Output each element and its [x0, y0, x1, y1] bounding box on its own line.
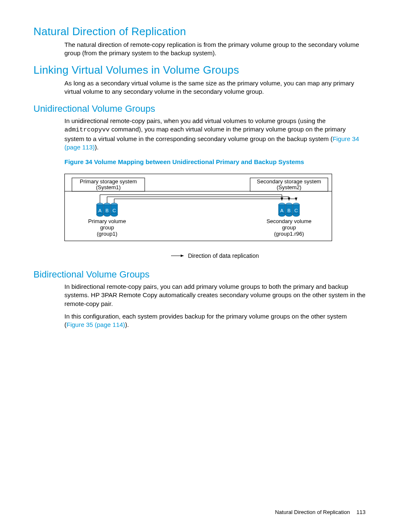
figure-34-diagram: Primary storage system (System1) Seconda… [64, 174, 366, 259]
heading-unidirectional: Unidirectional Volume Groups [33, 103, 366, 114]
svg-text:C: C [113, 208, 116, 213]
heading-bidirectional: Bidirectional Volume Groups [33, 269, 366, 280]
page-footer: Natural Direction of Replication 113 [275, 509, 366, 515]
secondary-group-label-l3: (group1.r96) [274, 231, 304, 237]
text-fragment: ). [125, 321, 129, 328]
svg-point-6 [97, 213, 103, 216]
paragraph: In unidirectional remote-copy pairs, whe… [64, 117, 366, 152]
svg-point-14 [111, 213, 118, 216]
paragraph: The natural direction of remote-copy rep… [64, 41, 366, 58]
page-number: 113 [356, 509, 366, 515]
text-fragment: ). [95, 144, 99, 151]
svg-point-10 [104, 213, 110, 216]
paragraph: As long as a secondary virtual volume is… [64, 79, 366, 96]
secondary-group-label-l2: group [282, 224, 296, 231]
figure-caption: Figure 34 Volume Mapping between Unidire… [64, 158, 366, 165]
svg-text:A: A [280, 208, 284, 213]
primary-group-label-l1: Primary volume [88, 218, 126, 224]
paragraph: In bidirectional remote-copy pairs, you … [64, 283, 366, 308]
footer-section-title: Natural Direction of Replication [275, 509, 350, 515]
svg-text:B: B [105, 208, 108, 213]
svg-point-22 [286, 213, 292, 216]
primary-group-label-l2: group [100, 224, 114, 231]
secondary-volumes-icon: A B C [279, 203, 299, 216]
heading-linking-volumes: Linking Virtual Volumes in Volume Groups [33, 64, 366, 77]
svg-text:C: C [294, 208, 298, 213]
svg-point-18 [279, 213, 285, 216]
primary-system-label-l1: Primary storage system [80, 178, 137, 185]
primary-system-label-l2: (System1) [96, 184, 120, 190]
secondary-system-label-l2: (System2) [276, 184, 301, 190]
heading-natural-direction: Natural Direction of Replication [33, 25, 366, 38]
primary-volumes-icon: A B C [97, 203, 118, 216]
inline-code: admitrcopyvv [64, 126, 110, 134]
figure-legend: Direction of data replication [64, 252, 366, 259]
secondary-system-label-l1: Secondary storage system [257, 178, 321, 185]
figure-xref-link[interactable]: Figure 35 (page 114) [66, 321, 125, 328]
secondary-group-label-l1: Secondary volume [266, 218, 312, 224]
svg-text:B: B [287, 208, 290, 213]
legend-text: Direction of data replication [188, 252, 259, 259]
paragraph: In this configuration, each system provi… [64, 312, 366, 329]
text-fragment: In unidirectional remote-copy pairs, whe… [64, 117, 326, 124]
primary-group-label-l3: (group1) [97, 231, 117, 237]
svg-text:A: A [98, 208, 102, 213]
svg-point-26 [293, 213, 299, 216]
